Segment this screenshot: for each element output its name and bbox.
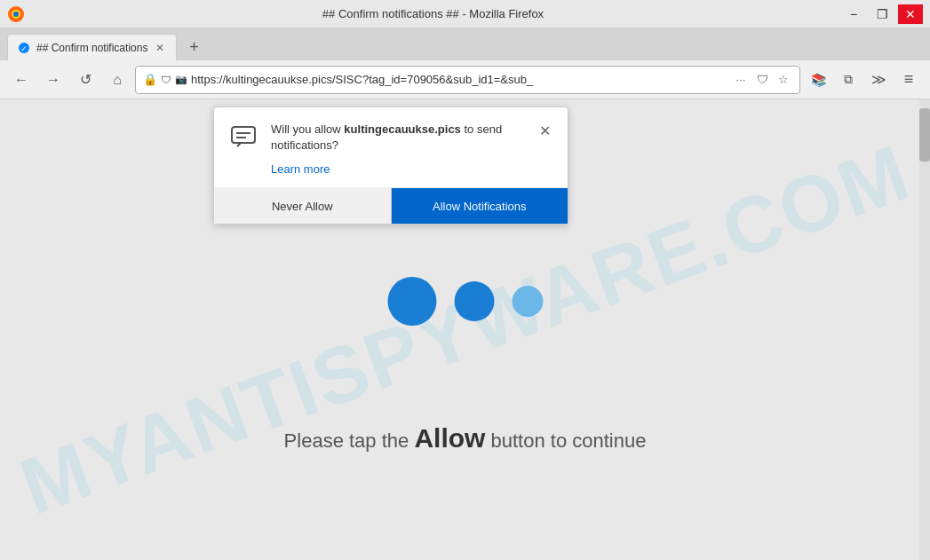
instruction-allow: Allow (414, 423, 485, 453)
svg-rect-5 (232, 127, 255, 143)
back-button[interactable]: ← (7, 66, 36, 94)
bookmark-icon[interactable]: ☆ (775, 71, 792, 89)
titlebar: ## Confirm notifications ## - Mozilla Fi… (0, 0, 930, 28)
navbar: ← → ↺ ⌂ 🔒 🛡 📷 https://kultingecauukse.pi… (0, 60, 930, 99)
minimize-button[interactable]: − (841, 4, 866, 24)
popup-message-prefix: Will you allow (271, 122, 344, 136)
restore-button[interactable]: ❐ (870, 4, 894, 24)
url-display: https://kultingecauukse.pics/SISC?tag_id… (191, 73, 728, 86)
learn-more-link[interactable]: Learn more (271, 162, 330, 176)
page-instruction: Please tap the Allow button to continue (284, 423, 647, 454)
popup-learn-more: Learn more (214, 161, 568, 187)
new-tab-button[interactable]: + (180, 34, 207, 60)
never-allow-button[interactable]: Never Allow (214, 188, 392, 224)
extensions-button[interactable]: ≫ (864, 66, 893, 94)
address-bar[interactable]: 🔒 🛡 📷 https://kultingecauukse.pics/SISC?… (135, 66, 800, 94)
tab-title: ## Confirm notifications (36, 42, 147, 54)
synced-tabs-button[interactable]: ⧉ (834, 66, 862, 94)
chat-icon (230, 123, 258, 152)
popup-message: Will you allow kultingecauukse.pics to s… (271, 122, 525, 154)
popup-site: kultingecauukse.pics (344, 122, 461, 136)
menu-button[interactable]: ≡ (894, 66, 923, 94)
active-tab[interactable]: ✓ ## Confirm notifications ✕ (7, 34, 177, 60)
reload-button[interactable]: ↺ (71, 66, 99, 94)
dot-small (512, 286, 543, 317)
address-icons: ··· 🛡 ☆ (732, 71, 792, 89)
dots-decoration (387, 277, 543, 326)
nav-right-buttons: 📚 ⧉ ≫ ≡ (804, 66, 923, 94)
shield-icon[interactable]: 🛡 (753, 71, 771, 89)
notification-popup: Will you allow kultingecauukse.pics to s… (213, 106, 568, 225)
tab-favicon: ✓ (17, 41, 31, 55)
instruction-suffix: button to continue (485, 430, 646, 452)
home-button[interactable]: ⌂ (103, 66, 131, 94)
window-controls: − ❐ ✕ (841, 4, 923, 24)
allow-notifications-button[interactable]: Allow Notifications (392, 188, 568, 224)
svg-text:✓: ✓ (20, 44, 28, 53)
svg-point-2 (13, 12, 19, 17)
more-icon[interactable]: ··· (732, 71, 750, 89)
tab-favicon-icon: ✓ (18, 42, 30, 54)
popup-header: Will you allow kultingecauukse.pics to s… (214, 107, 568, 161)
titlebar-left (7, 5, 25, 23)
window-title: ## Confirm notifications ## - Mozilla Fi… (25, 7, 841, 20)
firefox-logo-icon (7, 5, 25, 23)
dot-medium (454, 281, 494, 321)
notification-icon (228, 122, 260, 154)
security-shield-icon: 🛡 (161, 74, 171, 86)
popup-buttons: Never Allow Allow Notifications (214, 187, 568, 224)
page-content: MYANTISPYWARE.COM Please tap the Allow b… (0, 99, 930, 560)
tabbar: ✓ ## Confirm notifications ✕ + (0, 28, 930, 60)
library-button[interactable]: 📚 (804, 66, 832, 94)
dot-large (387, 277, 436, 326)
instruction-prefix: Please tap the (284, 430, 415, 452)
lock-icon: 🔒 (143, 73, 157, 86)
forward-button[interactable]: → (39, 66, 68, 94)
popup-close-button[interactable]: ✕ (536, 122, 553, 139)
camera-icon: 📷 (175, 74, 187, 85)
scrollbar-thumb[interactable] (919, 108, 930, 162)
tab-close-button[interactable]: ✕ (153, 41, 167, 55)
close-button[interactable]: ✕ (898, 4, 923, 24)
scrollbar[interactable] (919, 99, 930, 560)
